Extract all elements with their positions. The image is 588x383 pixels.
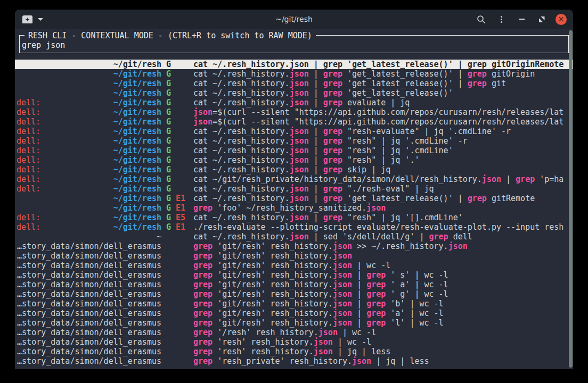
history-row[interactable]: ~/git/reshGcat ~/.resh_history.json | gr… <box>15 79 573 88</box>
history-row[interactable]: ~cat ~/.resh_history.json | sed 's/dell/… <box>15 232 573 242</box>
git-flag: G <box>166 98 171 107</box>
history-row[interactable]: dell:~/git/reshGcat ~/.resh_history.json… <box>15 155 573 165</box>
host-label: dell: <box>17 107 40 117</box>
new-tab-button[interactable]: + <box>22 15 43 23</box>
host-label: dell: <box>17 184 40 194</box>
command-text: json=$(curl --silent "https://api.github… <box>193 107 573 117</box>
history-row[interactable]: …story_data/simon/dell_erasmusgrep 'git/… <box>15 251 573 261</box>
command-text: cat ~/.resh_history.json | grep "resh" |… <box>193 146 573 155</box>
search-match: grep <box>193 203 213 213</box>
history-row[interactable]: dell:~/git/reshG E1./resh-evaluate --plo… <box>15 222 573 232</box>
history-row[interactable]: dell:~/git/reshGjson=$(curl --silent "ht… <box>15 117 573 127</box>
search-match: grep <box>429 232 448 242</box>
search-match: grep <box>366 289 386 299</box>
git-flag: G <box>166 127 171 136</box>
history-row[interactable]: …story_data/simon/dell_erasmusgrep 'git/… <box>15 309 573 318</box>
search-match: grep <box>193 261 213 270</box>
flags: G <box>161 117 193 127</box>
command-text: grep 'git/resh' resh_history.json | grep… <box>193 289 573 299</box>
search-match: grep <box>323 79 342 88</box>
search-match: grep <box>323 194 342 203</box>
search-match: grep <box>193 270 213 280</box>
exit-status-flag: E5 <box>176 213 185 222</box>
history-row[interactable]: dell:~/git/reshG E5cat ~/.resh_history.j… <box>15 213 573 222</box>
command-text: cat ~/.resh_history.json | grep skip | j… <box>193 165 573 174</box>
search-match: json <box>290 146 309 155</box>
git-flag: G <box>166 146 171 155</box>
history-row[interactable]: dell:~/git/reshGcat ~/.resh_history.json… <box>15 146 573 155</box>
flags: G <box>161 184 193 194</box>
host-label: dell: <box>17 127 40 136</box>
host-label: dell: <box>17 146 40 155</box>
history-row[interactable]: dell:~/git/reshGcat ~/.resh_history.json… <box>15 127 573 136</box>
git-flag: G <box>166 184 171 194</box>
history-row[interactable]: …story_data/simon/dell_erasmusgrep '/res… <box>15 328 573 337</box>
scrollbar-thumb[interactable] <box>569 30 573 368</box>
restore-button[interactable] <box>535 13 548 26</box>
command-text: cat ~/.resh_history.json | grep "resh-ev… <box>193 127 573 136</box>
search-match: json <box>333 280 352 289</box>
history-row[interactable]: dell:~/git/reshGcat ~/.resh_history.json… <box>15 98 573 107</box>
history-row[interactable]: …story_data/simon/dell_erasmusgrep 'git/… <box>15 289 573 299</box>
git-flag: G <box>166 203 171 213</box>
directory-label: …story_data/simon/dell_erasmus <box>17 280 161 289</box>
search-match: grep <box>193 328 213 337</box>
history-row[interactable]: dell:~/git/reshGcat ~/git/resh_private/h… <box>15 174 573 184</box>
search-button[interactable] <box>475 13 487 26</box>
flags: G E5 <box>161 213 193 222</box>
history-row[interactable]: …story_data/simon/dell_erasmusgrep 'git/… <box>15 299 573 309</box>
directory-label: ~ <box>17 232 161 242</box>
flags: G <box>161 69 193 79</box>
command-text: cat ~/.resh_history.json | grep 'get_lat… <box>193 69 573 79</box>
history-row[interactable]: ~/git/reshG E1cat ~/.resh_history.json |… <box>15 194 573 203</box>
history-row[interactable]: …story_data/simon/dell_erasmusgrep 'git/… <box>15 242 573 251</box>
history-row[interactable]: …story_data/simon/dell_erasmusgrep 'git/… <box>15 280 573 289</box>
directory-label: …story_data/simon/dell_erasmus <box>17 347 161 356</box>
directory-label: …story_data/simon/dell_erasmus <box>17 337 161 347</box>
desktop-background: + ~/git/resh <box>0 0 588 383</box>
close-button[interactable]: × <box>556 14 567 25</box>
host-label: dell: <box>17 155 40 165</box>
host-label: dell: <box>17 98 40 107</box>
git-flag: G <box>166 79 171 88</box>
history-row[interactable]: dell:~/git/reshGcat ~/.resh_history.json… <box>15 136 573 146</box>
history-row[interactable]: dell:~/git/reshGjson=$(curl --silent "ht… <box>15 107 573 117</box>
search-match: grep <box>323 60 342 69</box>
search-match: grep <box>468 69 487 79</box>
search-match: grep <box>323 184 342 194</box>
flags: G E1 <box>161 222 193 232</box>
history-row[interactable]: ~/git/reshGcat ~/.resh_history.json | gr… <box>15 69 573 79</box>
history-row[interactable]: …story_data/simon/dell_erasmusgrep 'resh… <box>15 347 573 356</box>
history-row[interactable]: …story_data/simon/dell_erasmusgrep 'resh… <box>15 337 573 347</box>
chevron-down-icon <box>38 18 43 21</box>
history-row-selected[interactable]: ~/git/reshGcat ~/.resh_history.json | gr… <box>15 60 573 69</box>
command-text: cat ~/.resh_history.json | grep "resh" |… <box>193 136 573 146</box>
directory-label: …story_data/simon/dell_erasmus <box>17 270 161 280</box>
history-row[interactable]: ~/git/reshGcat ~/.resh_history.json | gr… <box>15 88 573 98</box>
history-row[interactable]: …story_data/simon/dell_erasmusgrep 'resh… <box>15 356 573 366</box>
directory-label: ~/git/resh <box>17 194 161 203</box>
history-row[interactable]: dell:~/git/reshGcat ~/.resh_history.json… <box>15 165 573 174</box>
flags: G E1 <box>161 194 193 203</box>
directory-label: …story_data/simon/dell_erasmus <box>17 328 161 337</box>
history-row[interactable]: ~/git/reshG E1grep 'foo' ~/resh_history_… <box>15 203 573 213</box>
history-row[interactable]: dell:~/git/reshGcat ~/.resh_history.json… <box>15 184 573 194</box>
history-row[interactable]: …story_data/simon/dell_erasmusgrep 'git/… <box>15 270 573 280</box>
flags: G <box>161 98 193 107</box>
search-match: grep <box>193 280 213 289</box>
minimize-button[interactable] <box>515 13 528 26</box>
flags: G <box>161 146 193 155</box>
flags <box>161 232 193 242</box>
directory-label: …story_data/simon/dell_erasmus <box>17 318 161 328</box>
search-match: grep <box>366 280 386 289</box>
host-label: dell: <box>17 136 40 146</box>
history-row[interactable]: …story_data/simon/dell_erasmusgrep 'git/… <box>15 261 573 270</box>
history-row[interactable]: …story_data/simon/dell_erasmusgrep 'git/… <box>15 318 573 328</box>
menu-button[interactable] <box>495 13 508 26</box>
search-match: json <box>333 261 352 270</box>
search-match: json <box>290 165 309 174</box>
host-label: dell: <box>17 174 40 184</box>
command-text: cat ~/.resh_history.json | grep "resh" |… <box>193 155 573 165</box>
resh-header-box: RESH CLI - CONTEXTUAL MODE - (CTRL+R to … <box>19 35 569 53</box>
flags <box>161 270 193 280</box>
